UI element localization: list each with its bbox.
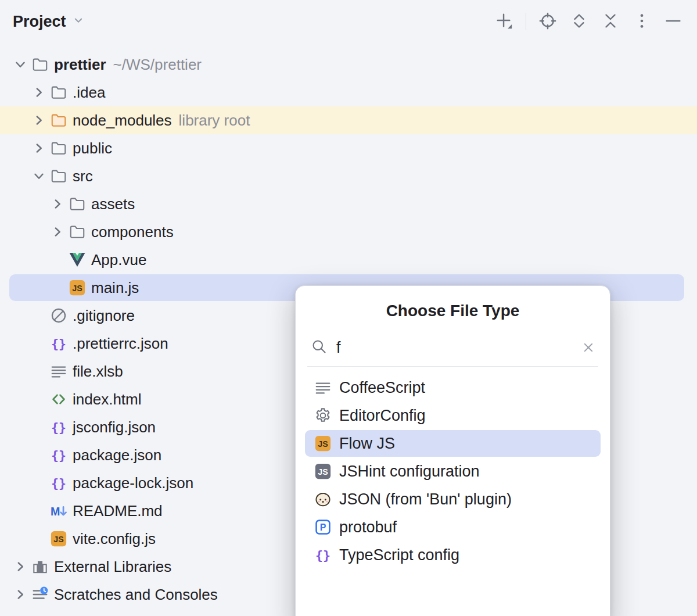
project-tool-window: Project prettier~/WS/prettier.ideanode_m… xyxy=(0,0,697,608)
add-button[interactable] xyxy=(494,11,514,33)
file-type-item-jshint-configuration[interactable]: JSJSHint configuration xyxy=(296,457,610,485)
folder-icon xyxy=(50,139,67,157)
chevron-spacer xyxy=(31,364,50,379)
expand-all-button[interactable] xyxy=(569,11,589,33)
clear-search-button[interactable] xyxy=(581,340,596,355)
tree-item-label: README.md xyxy=(73,502,163,520)
js-icon: JS xyxy=(314,435,332,452)
toolbar-separator xyxy=(526,13,526,30)
chevron-spacer xyxy=(50,252,69,267)
tree-item-label: .idea xyxy=(73,84,105,102)
chevron-right-icon[interactable] xyxy=(31,141,50,156)
tool-window-header: Project xyxy=(0,0,697,43)
chevron-spacer xyxy=(31,392,50,407)
svg-text:{}: {} xyxy=(51,448,66,463)
tree-item-hint: library root xyxy=(179,112,250,130)
tree-item-src[interactable]: src xyxy=(0,162,697,190)
folder-icon xyxy=(50,84,67,101)
chevron-down-icon[interactable] xyxy=(13,57,31,72)
file-type-item-coffeescript[interactable]: CoffeeScript xyxy=(296,374,610,402)
tree-item-label: External Libraries xyxy=(54,558,171,576)
svg-text:{}: {} xyxy=(51,476,66,490)
file-type-label: Flow JS xyxy=(339,435,395,453)
scratches-icon xyxy=(31,586,49,603)
file-type-list: CoffeeScriptEditorConfigJSFlow JSJSJSHin… xyxy=(296,367,610,569)
collapse-all-icon xyxy=(602,12,619,31)
collapse-all-button[interactable] xyxy=(601,11,620,33)
tree-item-label: package.json xyxy=(73,446,161,464)
tree-item-node-modules[interactable]: node_moduleslibrary root xyxy=(0,106,697,134)
proto-icon: P xyxy=(314,518,332,536)
file-type-item-json-from-bun-plugin[interactable]: JSON (from 'Bun' plugin) xyxy=(296,485,610,513)
tree-item-label: package-lock.json xyxy=(73,474,193,492)
chevron-spacer xyxy=(50,280,69,295)
braces-icon: {} xyxy=(50,418,67,436)
markdown-icon: M xyxy=(50,502,67,520)
tree-item-label: Scratches and Consoles xyxy=(54,586,218,604)
braces-icon: {} xyxy=(50,474,67,492)
add-icon xyxy=(495,12,513,31)
file-type-label: JSHint configuration xyxy=(339,463,480,481)
file-type-item-editorconfig[interactable]: EditorConfig xyxy=(296,402,610,429)
search-icon xyxy=(311,338,327,357)
tree-item-label: node_modules xyxy=(73,112,172,130)
tree-item-app-vue[interactable]: App.vue xyxy=(0,246,697,274)
tree-item-label: file.xlsb xyxy=(73,363,123,381)
chevron-spacer xyxy=(31,336,50,351)
chevron-right-icon[interactable] xyxy=(31,85,50,100)
hide-icon xyxy=(664,12,682,31)
folder-icon xyxy=(69,223,86,241)
chevron-right-icon[interactable] xyxy=(13,559,31,574)
tree-item-label: main.js xyxy=(91,279,139,297)
file-type-item-protobuf[interactable]: Pprotobuf xyxy=(296,513,610,541)
tree-item-label: assets xyxy=(91,195,135,213)
tree-item-label: prettier xyxy=(54,56,106,74)
file-type-item-typescript-config[interactable]: {}TypeScript config xyxy=(296,541,610,569)
svg-text:{}: {} xyxy=(51,336,66,351)
chevron-spacer xyxy=(31,503,50,518)
tree-item-label: index.html xyxy=(73,391,142,409)
chevron-spacer xyxy=(31,420,50,435)
libraries-icon xyxy=(31,558,49,575)
gear-icon xyxy=(314,407,332,424)
locate-file-button[interactable] xyxy=(538,11,558,33)
chevron-right-icon[interactable] xyxy=(31,113,50,128)
tool-window-toolbar xyxy=(494,11,683,33)
tree-item-label: .prettierrc.json xyxy=(73,335,168,353)
tree-item-idea[interactable]: .idea xyxy=(0,78,697,106)
project-view-selector[interactable]: Project xyxy=(13,13,85,31)
svg-text:{}: {} xyxy=(315,548,330,563)
file-type-label: TypeScript config xyxy=(339,546,459,564)
bun-icon xyxy=(314,490,332,508)
chevron-right-icon[interactable] xyxy=(50,224,69,239)
tree-item-public[interactable]: public xyxy=(0,134,697,162)
file-type-item-flow-js[interactable]: JSFlow JS xyxy=(296,429,610,457)
js-icon: JS xyxy=(69,279,86,296)
expand-all-icon xyxy=(570,12,588,31)
tree-item-label: .gitignore xyxy=(73,307,135,325)
chevron-right-icon[interactable] xyxy=(50,196,69,212)
tree-item-hint: ~/WS/prettier xyxy=(113,56,202,74)
folder-icon xyxy=(69,195,86,213)
chevron-spacer xyxy=(31,475,50,490)
chevron-spacer xyxy=(31,308,50,323)
tree-item-label: App.vue xyxy=(91,251,146,269)
braces-icon: {} xyxy=(314,546,332,564)
svg-text:M: M xyxy=(51,505,60,518)
search-input[interactable] xyxy=(336,339,581,357)
chevron-down-icon[interactable] xyxy=(31,169,50,184)
text-file-icon xyxy=(314,379,332,396)
more-options-button[interactable] xyxy=(632,11,652,33)
braces-icon: {} xyxy=(50,335,67,352)
hide-panel-button[interactable] xyxy=(663,11,683,33)
choose-file-type-popup: Choose File Type CoffeeScriptEditorConfi… xyxy=(295,285,610,616)
tree-item-label: jsconfig.json xyxy=(73,418,156,436)
tree-item-label: vite.config.js xyxy=(73,530,156,548)
chevron-right-icon[interactable] xyxy=(13,587,31,602)
tree-item-prettier[interactable]: prettier~/WS/prettier xyxy=(0,51,697,78)
chevron-down-icon xyxy=(72,14,85,29)
tree-item-assets[interactable]: assets xyxy=(0,190,697,218)
html-icon xyxy=(50,391,67,408)
tree-item-components[interactable]: components xyxy=(0,218,697,246)
panel-title: Project xyxy=(13,13,66,31)
